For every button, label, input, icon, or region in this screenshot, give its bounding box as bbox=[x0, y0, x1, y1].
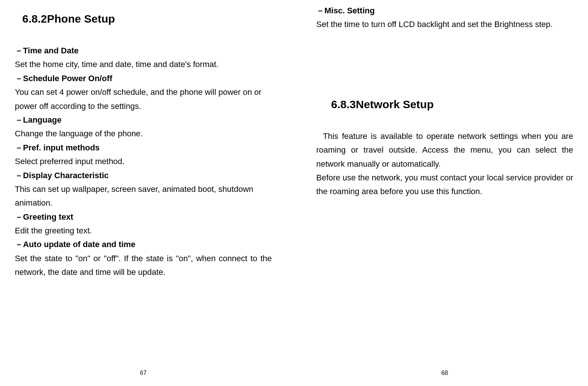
item-heading: －Auto update of date and time bbox=[15, 237, 272, 251]
item-body: Set the time to turn off LCD backlight a… bbox=[316, 17, 573, 31]
item-body: Change the language of the phone. bbox=[15, 127, 272, 140]
network-para-1: This feature is available to operate net… bbox=[316, 129, 573, 171]
item-misc-setting: －Misc. Setting Set the time to turn off … bbox=[316, 4, 573, 31]
page-number-left: 67 bbox=[15, 370, 272, 379]
item-heading: －Time and Date bbox=[15, 44, 272, 57]
item-body: You can set 4 power on/off schedule, and… bbox=[15, 85, 272, 113]
item-greeting-text: －Greeting text Edit the greeting text. bbox=[15, 210, 272, 238]
network-para-2: Before use the network, you must contact… bbox=[316, 171, 573, 199]
item-body: Set the state to "on" or "off". If the s… bbox=[15, 252, 272, 279]
page-right: －Misc. Setting Set the time to turn off … bbox=[294, 0, 588, 386]
item-heading: －Language bbox=[15, 113, 272, 127]
item-body: Edit the greeting text. bbox=[15, 224, 272, 237]
item-time-and-date: －Time and Date Set the home city, time a… bbox=[15, 44, 272, 71]
item-heading: －Schedule Power On/off bbox=[15, 71, 272, 85]
item-body: Select preferred input method. bbox=[15, 154, 272, 168]
item-heading: －Greeting text bbox=[15, 210, 272, 224]
item-pref-input: －Pref. input methods Select preferred in… bbox=[15, 141, 272, 169]
item-language: －Language Change the language of the pho… bbox=[15, 113, 272, 141]
page-number-right: 68 bbox=[316, 370, 573, 379]
page-right-content: －Misc. Setting Set the time to turn off … bbox=[316, 4, 573, 370]
page-left: 6.8.2Phone Setup －Time and Date Set the … bbox=[0, 0, 294, 386]
item-auto-update: －Auto update of date and time Set the st… bbox=[15, 237, 272, 279]
page-left-content: 6.8.2Phone Setup －Time and Date Set the … bbox=[15, 7, 272, 370]
item-heading: －Misc. Setting bbox=[316, 4, 573, 17]
item-heading: －Pref. input methods bbox=[15, 141, 272, 154]
section-title-network-setup: 6.8.3Network Setup bbox=[331, 98, 573, 111]
section-title-phone-setup: 6.8.2Phone Setup bbox=[22, 13, 272, 25]
item-schedule-power: －Schedule Power On/off You can set 4 pow… bbox=[15, 71, 272, 113]
item-body: Set the home city, time and date, time a… bbox=[15, 57, 272, 71]
item-heading: －Display Characteristic bbox=[15, 169, 272, 182]
item-body: This can set up wallpaper, screen saver,… bbox=[15, 182, 272, 210]
item-display-characteristic: －Display Characteristic This can set up … bbox=[15, 169, 272, 210]
